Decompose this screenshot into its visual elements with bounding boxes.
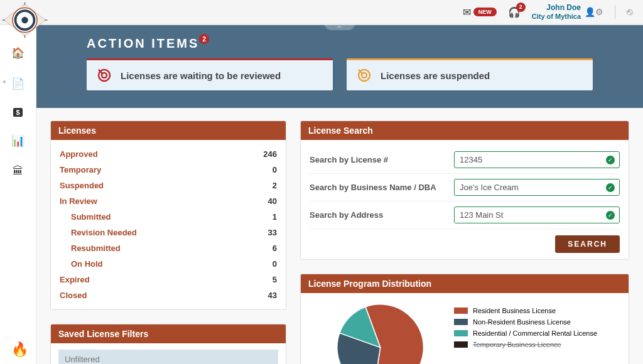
svg-point-3: [21, 17, 28, 24]
license-status-value: 0: [273, 259, 277, 269]
saved-filters-panel: Saved License Filters Unfiltered: [50, 324, 286, 364]
license-search-panel: License Search Search by License #✓Searc…: [300, 120, 629, 260]
panel-header: Saved License Filters: [51, 324, 286, 343]
license-status-row[interactable]: Revision Needed33: [60, 225, 277, 240]
search-label: Search by Business Name / DBA: [310, 183, 454, 192]
license-status-label: On Hold: [71, 259, 103, 269]
action-card-suspended[interactable]: Licenses are suspended: [347, 58, 593, 90]
banner-collapse-tab[interactable]: ︿: [324, 25, 355, 30]
target-icon: [97, 68, 112, 83]
license-status-label: Closed: [60, 291, 87, 300]
license-status-label: Submitted: [71, 212, 111, 222]
nav-reports-icon[interactable]: 📊: [11, 134, 24, 147]
license-status-value: 43: [268, 291, 277, 300]
license-status-row[interactable]: Temporary0: [60, 162, 277, 178]
search-button[interactable]: SEARCH: [555, 235, 620, 253]
action-card-review[interactable]: Licenses are waiting to be reviewed: [87, 58, 333, 90]
nav-admin-icon[interactable]: 🏛: [13, 165, 23, 178]
valid-check-icon: ✓: [606, 156, 615, 164]
license-status-label: Temporary: [60, 165, 101, 174]
license-status-value: 40: [268, 196, 277, 206]
valid-check-icon: ✓: [606, 183, 615, 192]
app-logo: [1, 1, 48, 39]
search-row: Search by Business Name / DBA✓: [310, 174, 620, 201]
search-label: Search by Address: [310, 210, 454, 220]
notifications-mail[interactable]: ✉ NEW: [463, 6, 497, 18]
logout-icon[interactable]: ⎋: [627, 6, 633, 18]
license-status-value: 2: [273, 181, 277, 190]
license-status-row[interactable]: Expired5: [60, 272, 277, 287]
filter-item-unfiltered[interactable]: Unfiltered: [58, 350, 278, 364]
action-items-title: ACTION ITEMS 2: [87, 36, 199, 51]
target-icon: [357, 68, 372, 83]
support-button[interactable]: 🎧 2: [508, 6, 521, 18]
search-input[interactable]: [454, 151, 620, 168]
search-input[interactable]: [454, 206, 620, 223]
action-card-text: Licenses are suspended: [381, 70, 490, 81]
license-status-label: Expired: [60, 275, 90, 284]
license-status-label: Revision Needed: [71, 228, 137, 237]
envelope-icon: ✉: [463, 6, 471, 18]
user-settings-icon[interactable]: 👤⚙: [585, 7, 603, 17]
panel-header: Licenses: [51, 121, 286, 140]
licenses-panel: Licenses Approved246Temporary0Suspended2…: [50, 120, 286, 310]
license-status-value: 246: [263, 149, 277, 159]
license-status-label: Approved: [60, 149, 98, 159]
nav-add-document-icon[interactable]: +📄: [11, 77, 24, 90]
license-status-value: 6: [273, 244, 277, 253]
legend-swatch: [454, 330, 468, 336]
legend-item[interactable]: Resident Business License: [454, 307, 597, 314]
nav-home-icon[interactable]: 🏠: [11, 46, 24, 60]
license-status-row[interactable]: On Hold0: [60, 256, 277, 272]
license-status-value: 33: [268, 228, 277, 237]
divider: [615, 5, 615, 19]
valid-check-icon: ✓: [606, 211, 615, 220]
license-status-label: In Review: [60, 196, 97, 206]
license-status-row[interactable]: In Review40: [60, 193, 277, 209]
nav-flame-icon[interactable]: 🔥: [11, 341, 28, 358]
license-status-row[interactable]: Approved246: [60, 146, 277, 162]
legend-swatch: [454, 319, 468, 325]
license-status-value: 1: [273, 212, 277, 222]
action-items-count: 2: [199, 34, 209, 44]
legend-swatch: [454, 341, 468, 348]
license-status-row[interactable]: Suspended2: [60, 178, 277, 193]
license-status-row[interactable]: Resubmitted6: [60, 240, 277, 256]
search-row: Search by Address✓: [310, 201, 620, 229]
license-status-label: Resubmitted: [71, 244, 121, 253]
user-city: City of Mythica: [532, 13, 581, 20]
legend-swatch: [454, 308, 468, 314]
action-items-banner: ︿ ACTION ITEMS 2 Licenses are waiting to…: [36, 25, 643, 108]
legend-label: Non-Resident Business License: [473, 318, 571, 326]
legend-item[interactable]: Residential / Commercial Rental License: [454, 329, 597, 337]
license-status-row[interactable]: Closed43: [60, 287, 277, 303]
action-card-text: Licenses are waiting to be reviewed: [121, 70, 281, 81]
legend-label: Residential / Commercial Rental License: [473, 329, 597, 337]
nav-payment-icon[interactable]: $: [13, 108, 22, 117]
license-distribution-panel: License Program Distribution Resident Bu…: [300, 274, 629, 364]
search-label: Search by License #: [310, 155, 454, 164]
panel-header: License Program Distribution: [301, 274, 629, 293]
search-row: Search by License #✓: [310, 146, 620, 174]
pie-chart: [310, 302, 441, 364]
legend-label: Temporary Business Licence: [473, 341, 561, 348]
legend-label: Resident Business License: [473, 307, 556, 314]
license-status-label: Suspended: [60, 181, 104, 190]
user-name: John Doe: [532, 4, 581, 12]
new-badge: NEW: [473, 8, 497, 16]
search-input[interactable]: [454, 179, 620, 196]
legend-item[interactable]: Non-Resident Business License: [454, 318, 597, 326]
legend-item[interactable]: Temporary Business Licence: [454, 341, 597, 348]
support-count: 2: [516, 3, 526, 12]
license-status-value: 0: [273, 165, 277, 174]
license-status-value: 5: [273, 275, 277, 284]
user-menu[interactable]: John Doe City of Mythica: [532, 4, 581, 19]
license-status-row[interactable]: Submitted1: [60, 209, 277, 225]
panel-header: License Search: [301, 121, 629, 140]
